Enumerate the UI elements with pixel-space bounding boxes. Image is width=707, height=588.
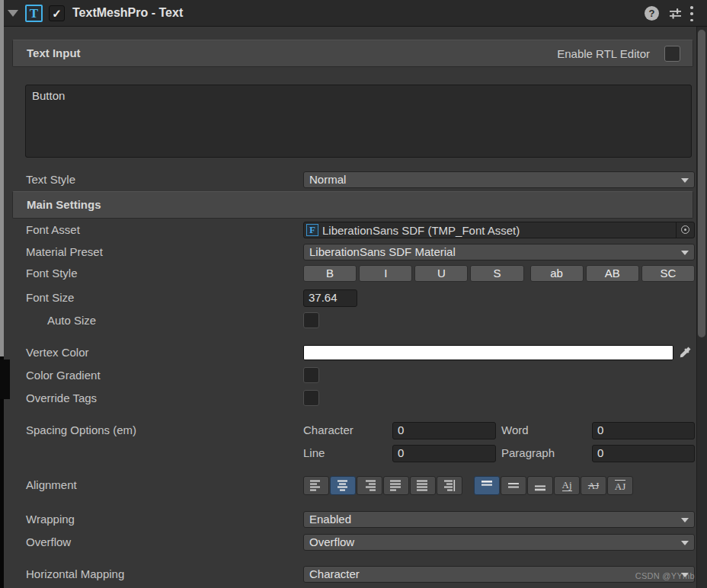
enable-rtl-checkbox[interactable] [664, 46, 680, 62]
capline-glyph: AJ [615, 480, 625, 491]
help-icon[interactable]: ? [645, 6, 659, 21]
overflow-label: Overflow [26, 534, 71, 551]
left-panel-edge-notch [0, 360, 10, 399]
material-preset-label: Material Preset [26, 244, 103, 260]
text-style-dropdown[interactable]: Normal [303, 171, 695, 188]
font-size-input[interactable]: 37.64 [303, 289, 357, 307]
vertex-color-swatch[interactable] [303, 345, 673, 360]
color-gradient-checkbox[interactable] [303, 367, 319, 383]
bold-button[interactable]: B [303, 265, 357, 282]
textmeshpro-icon: T [25, 5, 43, 22]
spacing-character-input[interactable]: 0 [392, 422, 496, 439]
main-settings-section-title: Main Settings [27, 198, 101, 211]
watermark: CSDN @YYmb [635, 571, 695, 580]
spacing-paragraph-label: Paragraph [501, 445, 555, 462]
lowercase-button[interactable]: ab [530, 265, 584, 282]
text-style-value: Normal [309, 173, 346, 186]
wrapping-value: Enabled [309, 513, 351, 526]
kebab-menu-icon[interactable] [689, 6, 694, 21]
vertex-color-label: Vertex Color [26, 344, 89, 361]
uppercase-button[interactable]: AB [586, 265, 639, 282]
color-gradient-label: Color Gradient [26, 367, 101, 384]
overflow-dropdown[interactable]: Overflow [303, 534, 695, 551]
chevron-down-icon [681, 178, 689, 183]
align-left-button[interactable] [303, 476, 329, 495]
font-asset-field[interactable]: F LiberationSans SDF (TMP_Font Asset) [303, 222, 695, 238]
foldout-arrow-icon[interactable] [8, 10, 18, 17]
alignment-label: Alignment [26, 477, 77, 494]
override-tags-label: Override Tags [26, 390, 97, 407]
presets-icon[interactable] [668, 6, 683, 21]
horizontal-mapping-label: Horizontal Mapping [26, 566, 124, 583]
chevron-down-icon [681, 518, 689, 522]
vertical-alignment-group: Aj AJ AJ [474, 476, 633, 495]
align-baseline-button[interactable]: Aj [554, 476, 580, 495]
eyedropper-button[interactable] [677, 344, 695, 361]
object-picker-target-icon [681, 225, 689, 234]
spacing-character-label: Character [303, 422, 354, 439]
align-center-button[interactable] [330, 476, 356, 495]
inspector-panel: T ✓ TextMeshPro - Text ? Text Input Enab… [0, 0, 707, 588]
chevron-down-icon [681, 251, 689, 255]
baseline-glyph: Aj [562, 480, 572, 491]
material-preset-value: LiberationSans SDF Material [309, 245, 456, 258]
align-bottom-button[interactable] [527, 476, 553, 495]
align-top-button[interactable] [474, 476, 500, 495]
spacing-paragraph-input[interactable]: 0 [592, 445, 695, 462]
spacing-line-label: Line [303, 445, 325, 462]
chevron-down-icon [681, 541, 689, 545]
italic-button[interactable]: I [359, 265, 412, 282]
text-input-section-title: Text Input [27, 46, 81, 59]
smallcaps-button[interactable]: SC [641, 265, 695, 282]
component-header: T ✓ TextMeshPro - Text ? [0, 0, 707, 27]
material-preset-dropdown[interactable]: LiberationSans SDF Material [303, 244, 695, 260]
underline-button[interactable]: U [414, 265, 468, 282]
align-geometry-center-button[interactable] [437, 476, 462, 495]
midline-glyph: AJ [588, 481, 599, 491]
override-tags-checkbox[interactable] [303, 390, 319, 406]
auto-size-label: Auto Size [47, 312, 96, 329]
section-main-settings[interactable]: Main Settings [12, 191, 693, 219]
component-title: TextMeshPro - Text [72, 6, 183, 20]
font-style-label: Font Style [26, 265, 78, 282]
align-middle-button[interactable] [501, 476, 526, 495]
auto-size-checkbox[interactable] [303, 312, 319, 328]
align-capline-button[interactable]: AJ [607, 476, 633, 495]
section-text-input[interactable]: Text Input Enable RTL Editor [12, 40, 693, 67]
horizontal-mapping-value: Character [309, 567, 360, 580]
overflow-value: Overflow [309, 535, 354, 548]
font-asset-icon: F [306, 224, 318, 236]
component-enabled-checkbox[interactable]: ✓ [49, 5, 65, 21]
align-justified-button[interactable] [383, 476, 409, 495]
text-input-area[interactable]: Button [25, 85, 692, 158]
align-right-button[interactable] [357, 476, 382, 495]
font-size-label: Font Size [26, 289, 74, 306]
spacing-options-label: Spacing Options (em) [26, 422, 136, 439]
strikethrough-button[interactable]: S [470, 265, 523, 282]
font-style-buttons: B I U S ab AB SC [303, 265, 695, 282]
spacing-line-input[interactable]: 0 [392, 445, 496, 462]
align-flush-button[interactable] [410, 476, 436, 495]
object-picker-button[interactable] [676, 222, 694, 238]
font-asset-value: LiberationSans SDF (TMP_Font Asset) [322, 223, 520, 238]
left-panel-edge-top [0, 0, 4, 356]
scrollbar-thumb[interactable] [698, 30, 705, 337]
align-midline-button[interactable]: AJ [581, 476, 606, 495]
font-asset-label: Font Asset [26, 222, 80, 238]
enable-rtl-label: Enable RTL Editor [557, 46, 650, 62]
wrapping-label: Wrapping [26, 511, 75, 528]
text-style-label: Text Style [26, 171, 75, 188]
horizontal-alignment-group [303, 476, 462, 495]
spacing-word-label: Word [501, 422, 529, 439]
wrapping-dropdown[interactable]: Enabled [303, 511, 695, 528]
spacing-word-input[interactable]: 0 [592, 422, 695, 439]
